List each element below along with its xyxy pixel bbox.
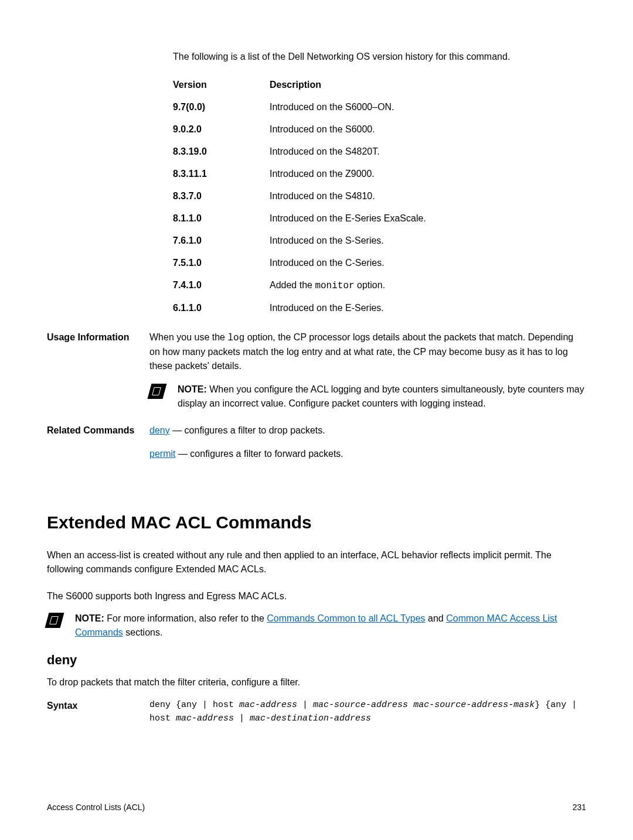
heading-description: When an access-list is created without a…: [47, 548, 586, 576]
version-cell: 7.4.1.0: [173, 278, 270, 293]
text-fragment: Added the: [270, 280, 315, 290]
footer-page-number: 231: [573, 801, 586, 814]
text-fragment: sections.: [123, 627, 163, 637]
version-cell: 7.5.1.0: [173, 256, 270, 270]
version-header: Version: [173, 78, 270, 92]
intro-text: The following is a list of the Dell Netw…: [173, 50, 586, 64]
table-row: 7.6.1.0 Introduced on the S-Series.: [173, 234, 586, 248]
usage-label: Usage Information: [47, 330, 149, 411]
table-row: 8.1.1.0 Introduced on the E-Series ExaSc…: [173, 211, 586, 226]
footer-left: Access Control Lists (ACL): [47, 801, 145, 814]
version-history-table: Version Description 9.7(0.0) Introduced …: [173, 78, 586, 315]
note-box: NOTE: For more information, also refer t…: [47, 612, 586, 640]
table-row: 7.4.1.0 Added the monitor option.: [173, 278, 586, 293]
usage-content: When you use the log option, the CP proc…: [149, 330, 586, 411]
syntax-section: Syntax deny {any | host mac-address | ma…: [47, 699, 586, 725]
usage-information-section: Usage Information When you use the log o…: [47, 330, 586, 411]
syntax-italic: mac-destination-address: [250, 713, 371, 723]
deny-link[interactable]: deny: [149, 425, 170, 435]
table-header-row: Version Description: [173, 78, 586, 92]
table-row: 8.3.7.0 Introduced on the S4810.: [173, 189, 586, 203]
version-cell: 8.1.1.0: [173, 211, 270, 226]
version-cell: 7.6.1.0: [173, 234, 270, 248]
syntax-text: deny {any | host: [149, 700, 239, 710]
table-row: 6.1.1.0 Introduced on the E-Series.: [173, 301, 586, 315]
table-row: 9.7(0.0) Introduced on the S6000–ON.: [173, 100, 586, 114]
deny-heading: deny: [47, 650, 586, 670]
note-icon: [148, 384, 167, 399]
version-cell: 8.3.19.0: [173, 145, 270, 159]
syntax-italic: mac-address: [176, 713, 234, 723]
description-cell: Introduced on the S-Series.: [270, 234, 586, 248]
deny-description: To drop packets that match the filter cr…: [47, 675, 586, 689]
mono-text: monitor: [315, 281, 354, 291]
text-fragment: option.: [355, 280, 385, 290]
syntax-text: |: [234, 713, 250, 723]
version-cell: 9.0.2.0: [173, 122, 270, 136]
description-cell: Added the monitor option.: [270, 278, 586, 293]
syntax-italic: mac-source-address-mask: [413, 700, 535, 710]
page-footer: Access Control Lists (ACL) 231: [47, 801, 586, 814]
description-cell: Introduced on the E-Series.: [270, 301, 586, 315]
permit-link[interactable]: permit: [149, 449, 175, 459]
note-text-container: NOTE: When you configure the ACL logging…: [178, 383, 586, 411]
page-heading: Extended MAC ACL Commands: [47, 509, 586, 535]
version-cell: 6.1.1.0: [173, 301, 270, 315]
syntax-text: |: [297, 700, 313, 710]
table-row: 7.5.1.0 Introduced on the C-Series.: [173, 256, 586, 270]
usage-text: When you use the log option, the CP proc…: [149, 330, 586, 373]
commands-common-link[interactable]: Commands Common to all ACL Types: [267, 613, 425, 623]
syntax-italic: mac-address: [239, 700, 297, 710]
text-fragment: and: [426, 613, 447, 623]
syntax-label: Syntax: [47, 699, 149, 725]
description-cell: Introduced on the E-Series ExaScale.: [270, 211, 586, 226]
table-row: 8.3.11.1 Introduced on the Z9000.: [173, 167, 586, 181]
description-cell: Introduced on the C-Series.: [270, 256, 586, 270]
related-commands-section: Related Commands deny — configures a fil…: [47, 424, 586, 470]
related-deny-line: deny — configures a filter to drop packe…: [149, 424, 586, 438]
syntax-italic: mac-source-address: [313, 700, 408, 710]
text-fragment: When you use the: [149, 332, 227, 342]
s6000-text: The S6000 supports both Ingress and Egre…: [47, 589, 586, 603]
description-cell: Introduced on the S6000–ON.: [270, 100, 586, 114]
note-box: NOTE: When you configure the ACL logging…: [149, 383, 586, 411]
note-label: NOTE:: [178, 384, 207, 394]
syntax-content: deny {any | host mac-address | mac-sourc…: [149, 699, 586, 725]
table-row: 8.3.19.0 Introduced on the S4820T.: [173, 145, 586, 159]
description-cell: Introduced on the S6000.: [270, 122, 586, 136]
description-cell: Introduced on the Z9000.: [270, 167, 586, 181]
version-cell: 8.3.7.0: [173, 189, 270, 203]
text-fragment: — configures a filter to drop packets.: [170, 425, 325, 435]
syntax-text: [408, 700, 413, 710]
related-label: Related Commands: [47, 424, 149, 470]
version-cell: 9.7(0.0): [173, 100, 270, 114]
note-label: NOTE:: [75, 613, 104, 623]
version-cell: 8.3.11.1: [173, 167, 270, 181]
text-fragment: For more information, also refer to the: [104, 613, 267, 623]
description-cell: Introduced on the S4810.: [270, 189, 586, 203]
note-icon: [45, 613, 64, 628]
description-cell: Introduced on the S4820T.: [270, 145, 586, 159]
text-fragment: — configures a filter to forward packets…: [175, 449, 343, 459]
table-row: 9.0.2.0 Introduced on the S6000.: [173, 122, 586, 136]
description-header: Description: [270, 78, 586, 92]
note-body: When you configure the ACL logging and b…: [178, 384, 584, 408]
related-permit-line: permit — configures a filter to forward …: [149, 447, 586, 461]
related-content: deny — configures a filter to drop packe…: [149, 424, 586, 470]
note-text-container: NOTE: For more information, also refer t…: [75, 612, 586, 640]
mono-text: log: [227, 333, 244, 343]
